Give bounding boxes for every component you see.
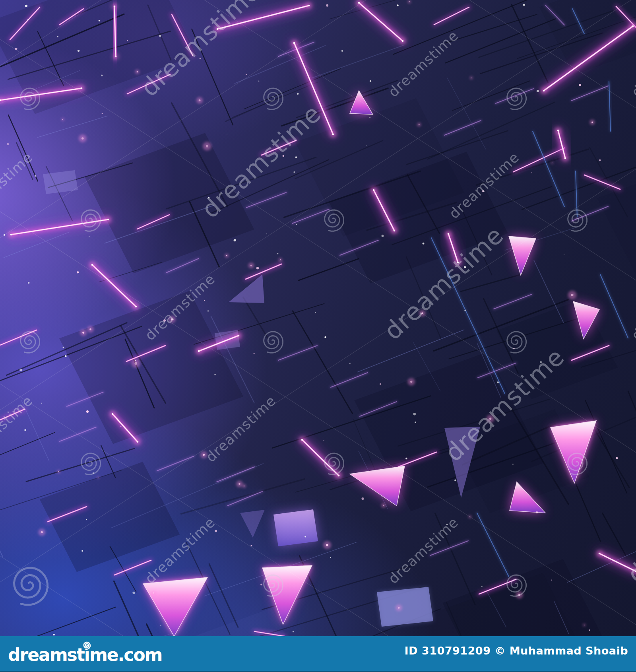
dreamstime-logo: dreamstıme.com <box>8 646 162 664</box>
logo-letter-i: ı <box>84 646 89 664</box>
dreamstime-spiral-icon <box>81 640 92 651</box>
image-id-credit-text: ID 310791209 © Muhammad Shoaib <box>404 645 628 657</box>
svg-text:dreamstime: dreamstime <box>0 392 36 465</box>
neon-artwork-canvas: dreamstimedreamstimedreamstimedreamstime… <box>0 0 636 636</box>
svg-text:dreamstime: dreamstime <box>0 149 36 222</box>
artwork-area: dreamstimedreamstimedreamstimedreamstime… <box>0 0 636 636</box>
svg-text:dreamstime: dreamstime <box>622 464 636 588</box>
logo-text-post: me.com <box>89 645 162 665</box>
logo-text-pre: dreamst <box>8 645 84 665</box>
svg-text:dreamstime: dreamstime <box>385 514 461 587</box>
stock-image-preview: dreamstimedreamstimedreamstimedreamstime… <box>0 0 636 672</box>
svg-text:dreamstime: dreamstime <box>628 271 636 344</box>
footer-bar: dreamstıme.com ID 310791209 © Muhammad S… <box>0 636 636 672</box>
